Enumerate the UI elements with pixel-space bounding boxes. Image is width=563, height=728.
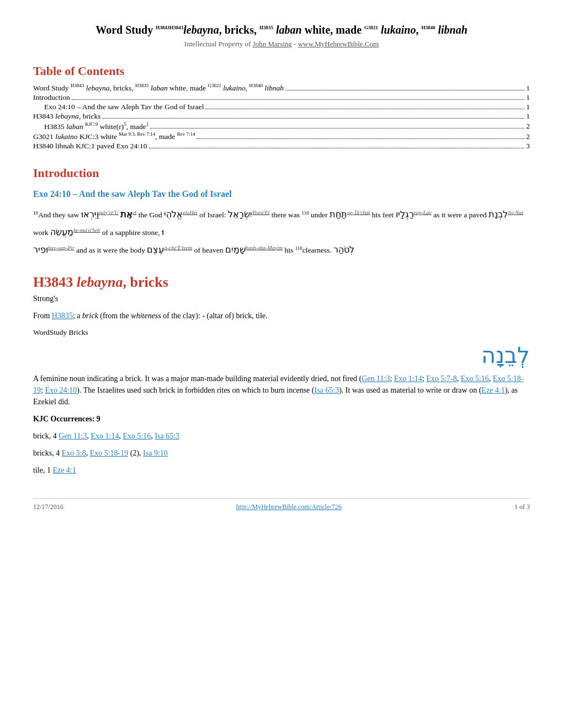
title-phrase1: white, made (302, 24, 364, 36)
kjc-item-2: tile, 1 Eze 4:1 (33, 464, 530, 476)
strongs2-sup: H3835 (259, 25, 273, 30)
strongs-label: Strong's (33, 293, 530, 304)
h3835-link[interactable]: H3835 (52, 312, 73, 320)
h3843-description: A feminine noun indicating a brick. It w… (33, 373, 530, 408)
verse-num: 10 (33, 210, 38, 215)
eze4-1-link[interactable]: Eze 4:1 (481, 386, 504, 394)
hebrew-israel: יִשְׂרָאֵל (228, 210, 252, 219)
trans-etzem: a-che'E'tzem (164, 244, 192, 250)
author-link[interactable]: John Marsing (253, 40, 292, 48)
hebrew-raglav: רַגְלָיו (396, 210, 414, 219)
hebrew-vayiru: וַיִּרְאוּ (81, 210, 99, 219)
isa65-3-link[interactable]: Isa 65:3 (314, 386, 339, 394)
subtitle: Intellectual Property of John Marsing - … (33, 40, 530, 49)
title-word1: lebayna (183, 24, 219, 36)
hebrew-tachat: תַּחַת (330, 210, 347, 219)
trans-et: et (132, 209, 136, 215)
title-comma2: , (416, 24, 421, 36)
exo5-16-kjc[interactable]: Exo 5:16 (123, 432, 151, 440)
trans-shamayim: hash-sha-Mayim (246, 244, 283, 250)
hebrew-ufir: וּפִיר (33, 245, 48, 254)
trans-livnat: liv-Nat (508, 209, 523, 215)
toc-item-0: Word Study H3843 lebayna, bricks, H3835 … (33, 83, 530, 93)
toc-item-6: H3840 libnah KJC:1 paved Exo 24:10 3 (33, 142, 530, 151)
trans-vayiru: vaiy're'U (99, 209, 119, 215)
isa9-10-kjc[interactable]: Isa 9:10 (143, 449, 168, 457)
title-prefix: Word Study (95, 24, 156, 36)
trans-maase: ke-ma'a'Seh (73, 227, 100, 233)
trans-tachat: ve-Ta'chat (347, 209, 370, 215)
gen11-3-link[interactable]: Gen 11:3 (362, 374, 390, 383)
intro-heading: Introduction (33, 166, 530, 180)
hebrew-lebayna-large: לְבֵנָה (33, 342, 530, 368)
exo-heading: Exo 24:10 – And the saw Aleph Tav the Go… (33, 189, 530, 199)
isa65-3-kjc[interactable]: Isa 65:3 (155, 432, 179, 440)
page-footer: 12/17/2016 http://MyHebrewBible.com/Arti… (33, 498, 530, 511)
footer-url[interactable]: http://MyHebrewBible.com/Article/726 (236, 503, 342, 511)
footnote-110a: 110 (302, 210, 309, 215)
hebrew-elohi: אֱלֹהֵי (164, 210, 183, 219)
title-word2: laban (276, 24, 302, 36)
introduction-section: Introduction Exo 24:10 – And the saw Ale… (33, 166, 530, 259)
exo1-14-kjc[interactable]: Exo 1:14 (91, 432, 119, 440)
footnote-110b: 110 (295, 245, 302, 250)
toc-item-2: Exo 24:10 – And the saw Aleph Tav the Go… (33, 103, 530, 111)
eze4-1-kjc[interactable]: Eze 4:1 (52, 466, 76, 474)
strongs-from: From H3835; a brick (from the whiteness … (33, 310, 530, 322)
hebrew-letohar: לְטֹהַר (333, 245, 354, 254)
exo1-14-link[interactable]: Exo 1:14 (394, 374, 422, 383)
kjc-item-0: brick, 4 Gen 11:3, Exo 1:14, Exo 5:16, I… (33, 430, 530, 442)
toc-item-4: H3835 laban KJC:9 white(r)5, made1 2 (33, 121, 530, 131)
verse-block: 10And they saw וַיִּרְאוּvaiy're'U אֵתet… (33, 206, 530, 259)
kjc-heading: KJC Occurrences: 9 (33, 413, 530, 425)
kjc-item-1: bricks, 4 Exo 5:8, Exo 5:18-19 (2), Isa … (33, 447, 530, 459)
strongs3-sup: G3021 (364, 25, 378, 30)
exo5-16-link[interactable]: Exo 5:16 (461, 374, 489, 383)
hebrew-et: אֵת (120, 210, 132, 219)
h3843-body: Strong's From H3835; a brick (from the w… (33, 293, 530, 476)
title-word4: libnah (438, 24, 467, 36)
footer-date: 12/17/2016 (33, 503, 63, 511)
toc-item-5: G3021 lukaino KJC:3 white Mar 9:3, Rev 7… (33, 131, 530, 141)
exo24-10-link[interactable]: Exo 24:10 (45, 386, 77, 394)
h3843-word: lebayna (77, 274, 123, 290)
hebrew-etzem: עֶצֶם (147, 245, 164, 254)
exo5-18-19-kjc[interactable]: Exo 5:18-19 (90, 449, 129, 457)
footer-page: 1 of 3 (514, 503, 530, 511)
trans-ufir: hav-sap-Pir (48, 244, 75, 250)
wordstudy-label: WordStudy Bricks (33, 327, 530, 338)
strongs4-sup: H3840 (421, 25, 435, 30)
h3843-num: H3843 (33, 274, 73, 290)
toc-item-3: H3843 lebayna, bricks 1 (33, 112, 530, 121)
trans-raglav: rag-Lav (414, 209, 432, 215)
toc-item-1: Introduction 1 (33, 93, 530, 102)
title-word3: lukaino (381, 24, 416, 36)
page-header: Word Study H3843H3843lebayna, bricks, H3… (33, 22, 530, 49)
page-title: Word Study H3843H3843lebayna, bricks, H3… (33, 22, 530, 38)
h3843-section: H3843 lebayna, bricks Strong's From H383… (33, 274, 530, 476)
title-comma1: , bricks, (219, 24, 259, 36)
hebrew-maase: מַעֲשֵׂה (50, 227, 73, 237)
toc-section: Table of Contents Word Study H3843 lebay… (33, 64, 530, 151)
exo5-8-kjc[interactable]: Exo 5:8 (62, 449, 86, 457)
hebrew-u: וּ (162, 227, 164, 237)
hebrew-shamayim: שָׁמַיִם (225, 245, 246, 254)
toc-heading: Table of Contents (33, 64, 530, 78)
hebrew-livnat: לִבְנַת (488, 210, 508, 219)
h3843-suffix: , bricks (123, 274, 168, 290)
trans-elohi: eloHei (183, 209, 198, 215)
website-link[interactable]: www.MyHebrewBible.Com (298, 40, 379, 48)
h3843-heading: H3843 lebayna, bricks (33, 274, 530, 291)
exo5-7-8-link[interactable]: Exo 5:7-8 (426, 374, 457, 383)
gen11-3-kjc[interactable]: Gen 11:3 (59, 432, 87, 440)
strongs1-sup: H3843 (156, 25, 169, 30)
trans-israel: Yisra'El (252, 209, 269, 215)
